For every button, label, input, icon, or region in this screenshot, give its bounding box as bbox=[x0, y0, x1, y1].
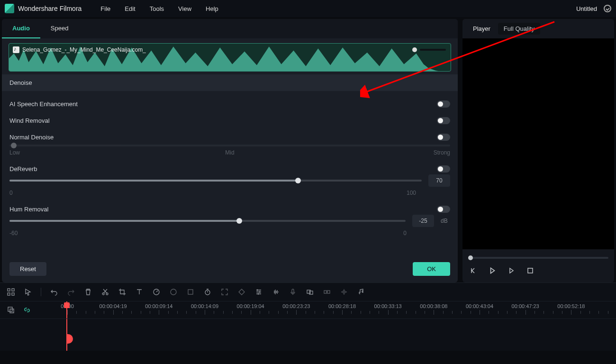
undo-icon[interactable] bbox=[50, 288, 58, 296]
text-icon[interactable] bbox=[135, 288, 144, 296]
time-label: 00:00:19:04 bbox=[237, 303, 264, 309]
play-pause-button[interactable] bbox=[488, 266, 497, 275]
speed-icon[interactable] bbox=[152, 288, 161, 296]
menu-file[interactable]: File bbox=[100, 5, 110, 12]
inspector-panel: Audio Speed Selena_Gomez_-_My_Mind_Me_Ce… bbox=[2, 19, 458, 282]
svg-point-7 bbox=[106, 293, 108, 295]
full-quality-tab[interactable]: Full Quality bbox=[498, 23, 540, 35]
bottom-area: 00:0000:00:04:1900:00:09:1400:00:14:0900… bbox=[0, 282, 616, 351]
slider-thumb-icon bbox=[412, 47, 417, 52]
scale-strong: Strong bbox=[303, 149, 450, 156]
preview-scrubber[interactable] bbox=[468, 257, 608, 259]
svg-rect-14 bbox=[309, 291, 313, 294]
freeze-icon[interactable] bbox=[186, 288, 195, 296]
normal-denoise-toggle[interactable] bbox=[437, 134, 450, 141]
hum-removal-toggle[interactable] bbox=[437, 206, 450, 213]
reset-button[interactable]: Reset bbox=[9, 262, 46, 276]
clip-handle-icon[interactable] bbox=[66, 334, 73, 344]
time-label: 00:00:09:14 bbox=[145, 303, 172, 309]
svg-point-9 bbox=[171, 289, 176, 295]
dereverb-slider[interactable] bbox=[9, 180, 422, 182]
audio-icon[interactable] bbox=[272, 288, 280, 296]
track-icon[interactable] bbox=[323, 288, 331, 296]
svg-rect-2 bbox=[8, 289, 10, 291]
group-icon[interactable] bbox=[306, 288, 314, 296]
cut-icon[interactable] bbox=[101, 288, 109, 296]
color-icon[interactable] bbox=[169, 288, 178, 296]
clip-volume-slider[interactable] bbox=[412, 47, 446, 52]
svg-rect-0 bbox=[528, 268, 533, 273]
stopwatch-icon[interactable] bbox=[203, 288, 212, 296]
menu-help[interactable]: Help bbox=[206, 5, 218, 12]
inspector-tabs: Audio Speed bbox=[2, 19, 458, 38]
next-frame-button[interactable] bbox=[507, 266, 516, 275]
time-label: 00:00:43:04 bbox=[466, 303, 493, 309]
delete-icon[interactable] bbox=[84, 288, 92, 296]
stop-button[interactable] bbox=[526, 266, 534, 275]
link-icon[interactable] bbox=[23, 306, 31, 314]
svg-point-16 bbox=[326, 291, 328, 293]
ai-speech-label: AI Speech Enhancement bbox=[9, 100, 78, 108]
svg-rect-12 bbox=[292, 289, 294, 293]
ok-button[interactable]: OK bbox=[413, 262, 450, 276]
player-panel: Player Full Quality bbox=[462, 19, 614, 282]
time-label: 00:00:04:19 bbox=[100, 303, 127, 309]
svg-rect-13 bbox=[307, 290, 310, 293]
video-preview bbox=[462, 38, 614, 249]
redo-icon[interactable] bbox=[67, 288, 75, 296]
grid-icon[interactable] bbox=[7, 288, 15, 296]
expand-icon[interactable] bbox=[7, 306, 15, 314]
time-label: 00:00:52:18 bbox=[557, 303, 585, 309]
dereverb-label: DeReverb bbox=[9, 165, 37, 173]
ai-speech-toggle[interactable] bbox=[437, 100, 450, 108]
main-menu: File Edit Tools View Help bbox=[100, 5, 218, 12]
dereverb-toggle[interactable] bbox=[437, 165, 450, 173]
timeline-ruler[interactable]: 00:0000:00:04:1900:00:09:1400:00:14:0900… bbox=[0, 301, 616, 318]
svg-rect-3 bbox=[12, 289, 14, 291]
wind-removal-toggle[interactable] bbox=[437, 117, 450, 124]
settings-icon[interactable] bbox=[340, 288, 348, 296]
slider-track-icon bbox=[420, 49, 446, 51]
svg-point-6 bbox=[102, 293, 104, 295]
document-title: Untitled bbox=[576, 5, 597, 12]
menu-tools[interactable]: Tools bbox=[150, 5, 164, 12]
hum-max: 0 bbox=[403, 230, 407, 237]
timeline-tracks[interactable] bbox=[0, 318, 616, 351]
mic-icon[interactable] bbox=[289, 288, 297, 296]
playhead[interactable] bbox=[66, 301, 67, 318]
dereverb-min: 0 bbox=[9, 190, 13, 196]
app-title: Wondershare Filmora bbox=[18, 5, 82, 12]
hum-removal-value[interactable]: -25 bbox=[412, 215, 434, 227]
svg-point-17 bbox=[343, 291, 345, 293]
prev-frame-button[interactable] bbox=[469, 266, 478, 275]
logo-icon bbox=[5, 4, 14, 13]
svg-rect-5 bbox=[12, 293, 14, 295]
pointer-icon[interactable] bbox=[24, 288, 32, 296]
hum-removal-slider[interactable] bbox=[9, 220, 406, 222]
timeline-toolbar bbox=[0, 283, 616, 301]
dereverb-value[interactable]: 70 bbox=[428, 174, 450, 187]
scale-mid: Mid bbox=[156, 149, 303, 156]
waveform-clip[interactable]: Selena_Gomez_-_My_Mind_Me_CeeNaija.com_ bbox=[9, 43, 451, 72]
svg-rect-4 bbox=[8, 293, 10, 295]
menu-edit[interactable]: Edit bbox=[125, 5, 135, 12]
adjust-icon[interactable] bbox=[254, 288, 263, 296]
hum-min: -60 bbox=[9, 230, 18, 237]
section-denoise-header[interactable]: Denoise bbox=[2, 74, 458, 91]
time-label: 00:00:33:13 bbox=[374, 303, 402, 309]
scale-low: Low bbox=[9, 149, 156, 156]
keyframe-icon[interactable] bbox=[237, 288, 246, 296]
clip-name: Selena_Gomez_-_My_Mind_Me_CeeNaija.com_ bbox=[22, 46, 146, 53]
tab-audio[interactable]: Audio bbox=[2, 19, 40, 38]
music-note-icon[interactable] bbox=[357, 288, 365, 296]
hum-removal-unit: dB bbox=[441, 218, 450, 224]
time-label: 00:00:14:09 bbox=[191, 303, 218, 309]
menu-view[interactable]: View bbox=[178, 5, 191, 12]
svg-rect-10 bbox=[188, 290, 193, 294]
normal-denoise-slider[interactable] bbox=[9, 145, 450, 146]
tab-speed[interactable]: Speed bbox=[40, 19, 79, 38]
fit-icon[interactable] bbox=[220, 288, 229, 296]
player-tab[interactable]: Player bbox=[467, 23, 496, 35]
crop-icon[interactable] bbox=[118, 288, 127, 296]
music-icon bbox=[13, 46, 19, 53]
